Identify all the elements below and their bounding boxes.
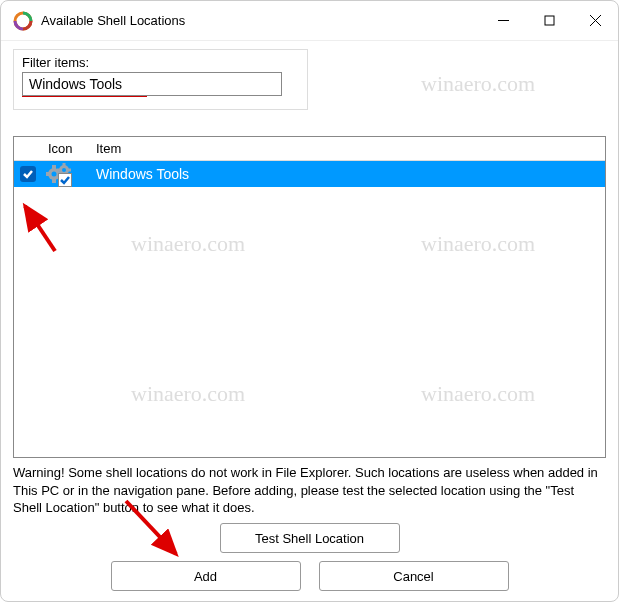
row-checkbox[interactable] [14, 166, 42, 182]
list-header: Icon Item [14, 137, 605, 161]
add-button[interactable]: Add [111, 561, 301, 591]
svg-rect-6 [52, 165, 56, 169]
header-item: Item [92, 141, 605, 156]
svg-point-16 [62, 168, 66, 172]
test-shell-location-button[interactable]: Test Shell Location [220, 523, 400, 553]
gear-icon [42, 163, 92, 185]
check-overlay-icon [58, 173, 72, 187]
header-icon: Icon [42, 141, 92, 156]
svg-rect-14 [68, 169, 71, 172]
button-row-1: Test Shell Location [13, 523, 606, 553]
svg-point-15 [52, 172, 57, 177]
button-row-2: Add Cancel [13, 561, 606, 591]
svg-rect-11 [63, 163, 66, 166]
cancel-button[interactable]: Cancel [319, 561, 509, 591]
content-area: Filter items: Icon Item [1, 41, 618, 601]
row-item-label: Windows Tools [92, 166, 575, 182]
window-controls [480, 1, 618, 40]
svg-rect-7 [52, 179, 56, 183]
svg-rect-13 [57, 169, 60, 172]
filter-label: Filter items: [22, 55, 299, 70]
filter-group: Filter items: [13, 49, 308, 110]
window-title: Available Shell Locations [41, 13, 480, 28]
list-item[interactable]: Windows Tools [14, 161, 605, 187]
svg-rect-2 [545, 16, 554, 25]
results-list[interactable]: Icon Item Windows Too [13, 136, 606, 458]
dialog-window: Available Shell Locations Filter items: … [0, 0, 619, 602]
maximize-button[interactable] [526, 1, 572, 40]
filter-input[interactable] [22, 72, 282, 96]
app-icon [13, 11, 33, 31]
warning-text: Warning! Some shell locations do not wor… [13, 464, 606, 517]
svg-rect-8 [46, 172, 49, 176]
titlebar: Available Shell Locations [1, 1, 618, 41]
minimize-button[interactable] [480, 1, 526, 40]
close-button[interactable] [572, 1, 618, 40]
